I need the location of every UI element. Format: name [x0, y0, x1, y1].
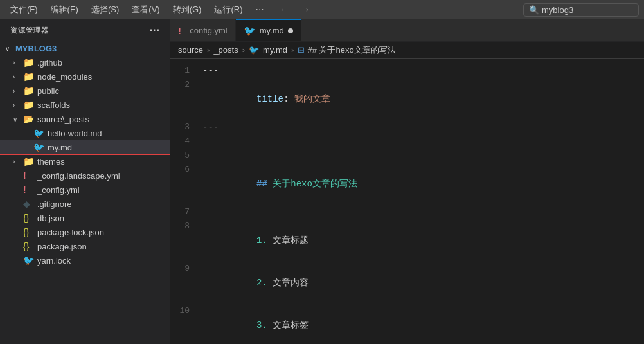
- line-content-2: title: 我的文章: [202, 78, 644, 120]
- line-num-3: 3: [170, 120, 202, 134]
- sidebar-header: 资源管理器 ···: [0, 19, 170, 41]
- line-content-8: 1. 文章标题: [202, 219, 644, 262]
- code-line-3: 3 ---: [170, 120, 644, 134]
- line-num-4: 4: [170, 134, 202, 149]
- folder-icon: 📂: [23, 114, 35, 124]
- line-num-2: 2: [170, 78, 202, 92]
- sidebar-item-my-md[interactable]: 🐦 my.md: [0, 140, 170, 154]
- yaml-tab-icon: !: [178, 25, 181, 36]
- item-label: .gitignore: [37, 199, 71, 209]
- root-label: MYBLOG3: [15, 44, 57, 53]
- search-input[interactable]: [542, 5, 632, 15]
- main-layout: 资源管理器 ··· ∨ MYBLOG3 › 📁 .github › 📁 node…: [0, 19, 644, 344]
- sidebar-item-config-landscape[interactable]: ! _config.landscape.yml: [0, 168, 170, 183]
- menu-run[interactable]: 运行(R): [209, 3, 247, 17]
- json-icon: {}: [23, 213, 35, 223]
- folder-icon: 📁: [23, 71, 35, 82]
- menu-select[interactable]: 选择(S): [86, 3, 124, 17]
- item-label: db.json: [37, 213, 64, 223]
- code-line-5: 5: [170, 149, 644, 163]
- yaml-icon: !: [23, 185, 35, 195]
- item-label: source\_posts: [37, 114, 89, 124]
- sidebar-item-node-modules[interactable]: › 📁 node_modules: [0, 69, 170, 84]
- folder-icon: 📁: [23, 156, 35, 167]
- menu-goto[interactable]: 转到(G): [168, 3, 207, 17]
- folder-icon: 📁: [23, 86, 35, 96]
- sidebar-more[interactable]: ···: [150, 24, 160, 36]
- breadcrumb-part-source[interactable]: source: [178, 45, 203, 55]
- tab-my-md[interactable]: 🐦 my.md: [236, 19, 301, 41]
- sidebar-item-root[interactable]: ∨ MYBLOG3: [0, 41, 170, 55]
- sidebar-tree: ∨ MYBLOG3 › 📁 .github › 📁 node_modules ›…: [0, 41, 170, 344]
- code-line-8: 8 1. 文章标题: [170, 219, 644, 262]
- nav-back[interactable]: ←: [277, 3, 292, 17]
- nav-arrows: ← →: [277, 3, 313, 17]
- json-icon: {}: [23, 241, 35, 251]
- sidebar-item-package-json[interactable]: {} package.json: [0, 239, 170, 253]
- breadcrumb-part-posts[interactable]: _posts: [213, 45, 238, 55]
- item-label: hello-world.md: [48, 129, 102, 138]
- md-icon: 🐦: [33, 142, 45, 152]
- menu-view[interactable]: 查看(V): [127, 3, 165, 17]
- menu-more[interactable]: ···: [250, 3, 269, 17]
- line-content-10: 3. 文章标签: [202, 304, 644, 344]
- sidebar-item-yarn-lock[interactable]: 🐦 yarn.lock: [0, 253, 170, 267]
- sidebar-item-config-yml[interactable]: ! _config.yml: [0, 183, 170, 197]
- item-label: node_modules: [37, 72, 92, 82]
- tab-bar: ! _config.yml 🐦 my.md: [170, 19, 644, 42]
- line-content-6: ## 关于hexo文章的写法: [202, 163, 644, 205]
- chevron-icon: ›: [13, 73, 23, 80]
- yarn-icon: 🐦: [23, 255, 35, 266]
- editor-area: ! _config.yml 🐦 my.md source › _posts › …: [170, 19, 644, 344]
- line-num-8: 8: [170, 219, 202, 233]
- nav-forward[interactable]: →: [298, 3, 313, 17]
- sidebar-item-scaffolds[interactable]: › 📁 scaffolds: [0, 98, 170, 112]
- line-num-7: 7: [170, 205, 202, 219]
- folder-icon: 📁: [23, 100, 35, 110]
- breadcrumb-part-mymd[interactable]: my.md: [263, 45, 287, 55]
- item-label: _config.yml: [37, 185, 80, 195]
- code-editor[interactable]: 1 --- 2 title: 我的文章 3 --- 4: [170, 59, 644, 344]
- line-content-1: ---: [202, 64, 644, 78]
- line-content-3: ---: [202, 120, 644, 134]
- item-label: yarn.lock: [37, 256, 71, 266]
- line-num-5: 5: [170, 149, 202, 163]
- tab-config-yml[interactable]: ! _config.yml: [170, 19, 236, 41]
- yaml-icon: !: [23, 170, 35, 181]
- sidebar-item-gitignore[interactable]: ◆ .gitignore: [0, 197, 170, 211]
- chevron-icon: ›: [13, 102, 23, 109]
- json-icon: {}: [23, 227, 35, 237]
- tab-modified-dot: [288, 28, 293, 33]
- breadcrumb-part-heading[interactable]: ## 关于hexo文章的写法: [307, 44, 395, 56]
- item-label: themes: [37, 157, 65, 167]
- line-num-6: 6: [170, 163, 202, 177]
- sidebar-item-source-posts[interactable]: ∨ 📂 source\_posts: [0, 112, 170, 126]
- sidebar-item-db-json[interactable]: {} db.json: [0, 211, 170, 225]
- search-icon: 🔍: [529, 5, 539, 15]
- chevron-icon: ∨: [5, 45, 15, 52]
- item-label: scaffolds: [37, 100, 70, 110]
- item-label: _config.landscape.yml: [37, 171, 120, 181]
- sidebar: 资源管理器 ··· ∨ MYBLOG3 › 📁 .github › 📁 node…: [0, 19, 170, 344]
- sidebar-item-github[interactable]: › 📁 .github: [0, 55, 170, 69]
- menu-edit[interactable]: 编辑(E): [46, 3, 84, 17]
- code-line-6: 6 ## 关于hexo文章的写法: [170, 163, 644, 205]
- menu-file[interactable]: 文件(F): [5, 3, 43, 17]
- sidebar-item-public[interactable]: › 📁 public: [0, 84, 170, 98]
- gitignore-icon: ◆: [23, 199, 35, 209]
- sidebar-item-package-lock[interactable]: {} package-lock.json: [0, 225, 170, 239]
- breadcrumb-sep-1: ›: [207, 45, 210, 55]
- code-line-9: 9 2. 文章内容: [170, 262, 644, 304]
- breadcrumb: source › _posts › 🐦 my.md › ⊞ ## 关于hexo文…: [170, 42, 644, 59]
- code-line-4: 4: [170, 134, 644, 149]
- md-tab-icon: 🐦: [244, 25, 256, 37]
- item-label: .github: [37, 58, 62, 68]
- md-icon: 🐦: [33, 128, 45, 138]
- sidebar-item-hello-world[interactable]: 🐦 hello-world.md: [0, 126, 170, 140]
- breadcrumb-md-icon: 🐦: [249, 45, 259, 55]
- search-box[interactable]: 🔍: [523, 3, 639, 17]
- code-line-7: 7: [170, 205, 644, 219]
- item-label: public: [37, 86, 59, 96]
- sidebar-item-themes[interactable]: › 📁 themes: [0, 154, 170, 168]
- item-label: package-lock.json: [37, 228, 104, 237]
